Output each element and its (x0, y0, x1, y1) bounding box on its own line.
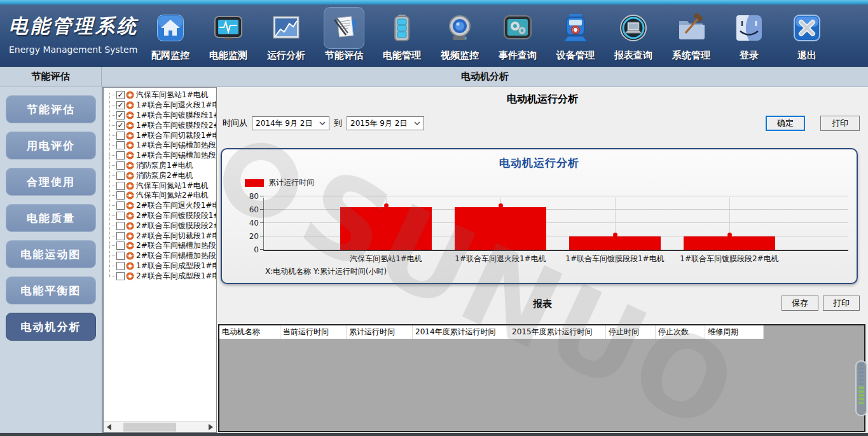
checkbox[interactable]: ✓ (116, 91, 125, 99)
tree-item-label: 1#联合车间锡槽加热段 (136, 150, 216, 161)
tree-item[interactable]: 汽保车间氮站2#电机 (106, 191, 216, 201)
motor-icon (126, 272, 134, 280)
date-from-select[interactable]: 2014年 9月 2日 (252, 116, 329, 130)
tree-item[interactable]: 2#联合车间切裁段1#电 (106, 231, 216, 241)
level-segment (858, 402, 864, 404)
sidebar-item-reasonable-use[interactable]: 合理使用 (6, 168, 96, 196)
scrollbar-thumb[interactable] (123, 423, 176, 432)
sidebar-item-energy-balance-chart[interactable]: 电能平衡图 (6, 276, 96, 304)
tree-item[interactable]: 1#联合车间成型段1#电 (106, 261, 216, 271)
checkbox[interactable] (116, 191, 125, 200)
app-subtitle: Energy Management System (9, 44, 145, 55)
tree-item-label: 2#联合车间切裁段1#电 (136, 231, 216, 242)
checkbox[interactable] (116, 212, 125, 220)
nav-item-label: 电能监测 (209, 50, 247, 62)
nav-item-battery[interactable]: 电能管理 (379, 7, 425, 62)
checkbox[interactable] (116, 161, 125, 170)
checkbox[interactable] (116, 141, 125, 149)
nav-item-train[interactable]: 设备管理 (553, 7, 598, 62)
nav-item-label: 登录 (740, 50, 759, 62)
tree-item[interactable]: 1#联合车间锡槽加热段 (106, 140, 216, 151)
motor-icon (126, 182, 134, 190)
sidebar-item-power-usage-eval[interactable]: 用电评价 (6, 132, 96, 160)
tree-connector (109, 186, 116, 186)
app-window: 电能管理系统 Energy Management System 配网监控电能监测… (0, 0, 868, 436)
tree-item[interactable]: 1#联合车间锡槽加热段 (106, 151, 216, 161)
tree-item[interactable]: 2#联合车间镀膜段段1# (106, 211, 216, 221)
checkbox[interactable] (116, 132, 125, 140)
triangle-right-icon (209, 424, 213, 430)
checkbox[interactable] (116, 242, 125, 250)
y-axis-tick-mark (260, 249, 264, 250)
tree-item[interactable]: 2#联合车间成型段1#电 (106, 271, 216, 281)
nav-item-waveform-monitor[interactable]: 电能监测 (205, 7, 251, 62)
sidebar-item-energy-saving-eval[interactable]: 节能评估 (6, 95, 96, 123)
tree-connector (109, 245, 116, 246)
sidebar-item-energy-motion-chart[interactable]: 电能运动图 (6, 240, 96, 268)
subtitle-bar: 节能评估 电动机分析 (0, 67, 868, 87)
tree-connector (109, 276, 116, 276)
bottom-bar (0, 433, 868, 436)
print-button-report[interactable]: 打印 (823, 296, 860, 311)
sidebar-item-power-quality[interactable]: 电能质量 (6, 204, 96, 232)
tree-item[interactable]: 消防泵房1#电机 (106, 161, 216, 171)
checkbox[interactable] (116, 232, 125, 240)
y-axis-tick-label: 20 (235, 232, 259, 241)
level-segment (858, 367, 864, 370)
checkbox[interactable] (116, 222, 125, 230)
tree-item[interactable]: 1#联合车间切裁段1#电 (106, 130, 216, 140)
tree-item[interactable]: 消防泵房2#电机 (106, 170, 216, 181)
sidebar-item-motor-analysis[interactable]: 电动机分析 (6, 313, 96, 341)
documents-pen-icon (324, 7, 364, 49)
nav-item-finder-face[interactable]: 登录 (726, 7, 772, 62)
tree-item[interactable]: 2#联合车间镀膜段段2# (106, 221, 216, 231)
date-to-label: 到 (334, 118, 342, 129)
nav-item-documents-pen[interactable]: 节能评估 (321, 7, 367, 62)
nav-item-label: 系统管理 (672, 50, 710, 62)
scroll-right-button[interactable] (205, 422, 216, 432)
nav-item-laptop-ring[interactable]: 报表查询 (610, 7, 656, 62)
tree-item[interactable]: 2#联合车间锡槽加热段 (106, 251, 216, 261)
checkbox[interactable] (116, 151, 125, 160)
date-filter-row: 时间从 2014年 9月 2日 到 2015年 9月 2日 (223, 116, 424, 130)
nav-item-folder-hammer[interactable]: 系统管理 (668, 7, 714, 62)
nav-item-home[interactable]: 配网监控 (148, 7, 193, 62)
tree-item[interactable]: 2#联合车间锡槽加热段 (106, 241, 216, 251)
checkbox[interactable]: ✓ (116, 101, 125, 109)
nav-item-gears-screen[interactable]: 事件查询 (495, 7, 541, 62)
confirm-button[interactable]: 确定 (766, 116, 805, 131)
x-axis-category-label: 1#联合车间镀膜段段2#电机 (659, 254, 799, 264)
tree-connector (109, 205, 116, 206)
tree-connector (109, 105, 116, 106)
checkbox[interactable]: ✓ (116, 111, 125, 119)
save-button[interactable]: 保存 (782, 296, 818, 311)
scrollbar-track[interactable] (114, 422, 205, 432)
checkbox[interactable] (116, 182, 125, 190)
nav-item-exit[interactable]: 退出 (784, 7, 830, 62)
tree-item[interactable]: ✓汽保车间氢站1#电机 (106, 90, 216, 100)
motor-icon (126, 172, 134, 180)
checkbox[interactable] (116, 201, 125, 210)
nav-item-camera[interactable]: 视频监控 (437, 7, 483, 62)
checkbox[interactable] (116, 172, 125, 180)
tree-item[interactable]: ✓1#联合车间退火段1#电 (106, 100, 216, 111)
nav-item-line-chart[interactable]: 运行分析 (263, 7, 309, 62)
print-button-top[interactable]: 打印 (820, 116, 860, 131)
checkbox[interactable] (116, 252, 125, 260)
y-axis-tick-mark (260, 209, 264, 210)
tree-item[interactable]: ✓1#联合车间镀膜段段1# (106, 111, 216, 121)
checkbox[interactable] (116, 262, 125, 270)
y-axis-tick-label: 40 (235, 219, 259, 228)
y-axis-tick-label: 80 (235, 192, 259, 201)
checkbox[interactable]: ✓ (116, 121, 125, 130)
tree-item[interactable]: ✓1#联合车间镀膜段段2# (106, 120, 216, 130)
tree-horizontal-scrollbar[interactable] (104, 421, 216, 432)
tree-item-label: 2#联合车间成型段1#电 (136, 271, 216, 282)
tree-item[interactable]: 汽保车间氮站1#电机 (106, 181, 216, 191)
tree-item[interactable]: 2#联合车间退火段1#电 (106, 201, 216, 211)
bar-0 (340, 207, 432, 250)
checkbox[interactable] (116, 272, 125, 280)
scroll-left-button[interactable] (104, 422, 114, 432)
date-to-select[interactable]: 2015年 9月 2日 (347, 116, 424, 130)
waveform-monitor-icon (208, 7, 249, 49)
